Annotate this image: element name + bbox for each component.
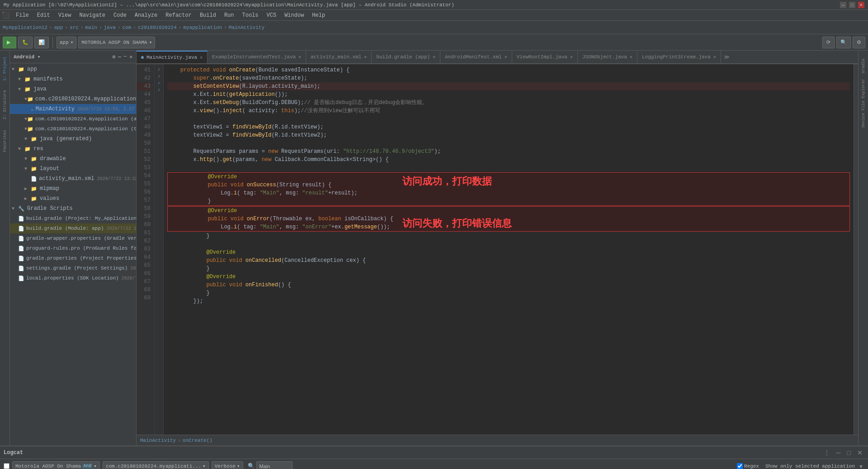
editor-scrollbar[interactable] — [854, 64, 858, 435]
tab-exampletest[interactable]: ExampleInstrumentedTest.java ✕ — [208, 51, 306, 63]
tree-item-app[interactable]: ▼ 📁 app — [10, 64, 136, 74]
tree-item-layout[interactable]: ▼ 📁 layout — [10, 164, 136, 174]
device-file-explorer-tab[interactable]: Device File Explorer — [860, 81, 867, 126]
tree-item-java[interactable]: ▼ 📁 java — [10, 84, 136, 94]
breadcrumb-bar: MainActivity › onCreate() — [137, 435, 858, 445]
nav-src[interactable]: src — [70, 25, 79, 30]
tab-jsonobject[interactable]: JSONObject.java ✕ — [578, 51, 637, 63]
tree-item-drawable[interactable]: ▼ 📁 drawable — [10, 154, 136, 164]
tree-item-androidtest[interactable]: ▼ 📁 com.c201801020224.myapplication (and… — [10, 114, 136, 124]
menu-item-file[interactable]: File — [12, 11, 33, 19]
menu-item-help[interactable]: Help — [308, 11, 329, 19]
gradle-tab[interactable]: Gradle — [860, 52, 867, 80]
menu-item-analyze[interactable]: Analyze — [131, 11, 161, 19]
code-editor[interactable]: protected void onCreate(Bundle savedInst… — [164, 64, 854, 435]
menu-item-run[interactable]: Run — [221, 11, 238, 19]
minimize-panel-icon[interactable]: ─ — [124, 54, 127, 60]
close-button[interactable]: ✕ — [858, 2, 864, 8]
gear-icon[interactable]: ⚙ — [113, 54, 116, 60]
nav-java[interactable]: java — [104, 25, 116, 30]
tab-close-icon[interactable]: ✕ — [713, 54, 716, 60]
profile-button[interactable]: 📊 — [34, 37, 49, 48]
tab-close-icon[interactable]: ✕ — [364, 54, 367, 60]
tab-build-gradle[interactable]: build.gradle (app) ✕ — [372, 51, 440, 63]
device-select[interactable]: MOTOROLA AOSP ON SHAMA ▾ — [78, 37, 155, 48]
nav-package[interactable]: c201801020224 — [138, 25, 177, 30]
close-panel-icon[interactable]: ✕ — [129, 54, 132, 60]
tree-item-mipmap[interactable]: ▶ 📁 mipmap — [10, 184, 136, 194]
menu-item-vcs[interactable]: VCS — [263, 11, 280, 19]
tree-item-proguard[interactable]: 📄 proguard-rules.pro (ProGuard Rules for… — [10, 243, 136, 253]
logcat-maximize-button[interactable]: □ — [845, 448, 853, 457]
nav-com[interactable]: com — [123, 25, 132, 30]
menu-item-tools[interactable]: Tools — [239, 11, 262, 19]
nav-app[interactable]: app — [54, 25, 63, 30]
tree-item-build-gradle-app[interactable]: 📄 build.gradle (Module: app) 2020/7/22 1… — [10, 223, 136, 233]
tab-close-icon[interactable]: ✕ — [505, 54, 507, 60]
tree-item-settings-gradle[interactable]: 📄 settings.gradle (Project Settings) 202… — [10, 263, 136, 273]
run-button[interactable]: ▶ — [3, 37, 16, 48]
tag-filter-input[interactable] — [256, 461, 292, 469]
tab-close-icon[interactable]: ✕ — [433, 54, 435, 60]
package-filter-select[interactable]: com.c201801020224.myapplicati... ▾ — [103, 461, 209, 469]
maximize-button[interactable]: □ — [849, 2, 855, 8]
menu-item-build[interactable]: Build — [196, 11, 220, 19]
settings-icon[interactable]: ⋯ — [118, 54, 121, 60]
run-icon: ▶ — [7, 39, 10, 45]
show-selected-dropdown[interactable]: ▾ — [858, 462, 864, 469]
device-checkbox[interactable] — [4, 463, 9, 469]
logcat-minimize-button[interactable]: ─ — [835, 448, 843, 457]
favorites-tab[interactable]: Favorites — [2, 123, 8, 159]
menu-item-edit[interactable]: Edit — [33, 11, 54, 19]
nav-mainactivity[interactable]: MainActivity — [229, 25, 264, 30]
regex-checkbox[interactable] — [737, 463, 743, 469]
menu-item-navigate[interactable]: Navigate — [75, 11, 109, 19]
menu-item-code[interactable]: Code — [110, 11, 130, 19]
menu-item-refactor[interactable]: Refactor — [162, 11, 195, 19]
menu-item-window[interactable]: Window — [281, 11, 307, 19]
tab-androidmanifest[interactable]: AndroidManifest.xml ✕ — [440, 51, 512, 63]
nav-myapp[interactable]: MyApplication12 — [3, 25, 47, 30]
tree-item-build-gradle-project[interactable]: 📄 build.gradle (Project: My_Application)… — [10, 213, 136, 223]
tree-item-values[interactable]: ▶ 📁 values — [10, 194, 136, 204]
tab-viewrootimpl[interactable]: ViewRootImpl.java ✕ — [512, 51, 578, 63]
tab-close-icon[interactable]: ✕ — [298, 54, 301, 60]
app-config-select[interactable]: app ▾ — [57, 37, 76, 48]
minimize-button[interactable]: ─ — [840, 2, 846, 8]
tab-close-icon[interactable]: ✕ — [630, 54, 632, 60]
tree-item-java-gen[interactable]: ▼ 📁 java (generated) — [10, 134, 136, 144]
nav-main[interactable]: main — [85, 25, 97, 30]
tree-item-manifests[interactable]: ▼ 📁 manifests — [10, 74, 136, 84]
breadcrumb-oncreate[interactable]: onCreate() — [183, 438, 212, 443]
logcat-close-button[interactable]: ✕ — [855, 448, 864, 457]
debug-button[interactable]: 🐛 — [18, 37, 33, 48]
tab-mainactivity[interactable]: MainActivity.java ✕ — [137, 51, 208, 63]
tree-item-com-package[interactable]: ▼ 📁 com.c201801020224.myapplication — [10, 94, 136, 104]
device-filter-select[interactable]: Motorola AOSP On Shama And ▾ — [12, 461, 100, 469]
menu-item-view[interactable]: View — [55, 11, 75, 19]
tree-item-gradle-properties[interactable]: 📄 gradle.properties (Project Properties)… — [10, 253, 136, 263]
tree-item-res[interactable]: ▼ 📁 res — [10, 144, 136, 154]
more-tabs-icon[interactable]: ≫ — [721, 54, 732, 61]
tab-loggingprintstream[interactable]: LoggingPrintStream.java ✕ — [637, 51, 721, 63]
nav-myapplication[interactable]: myapplication — [183, 25, 222, 30]
tree-item-mainactivity[interactable]: ☕ MainActivity 2020/7/22 13:55, 2.27 kB … — [10, 104, 136, 114]
search-button[interactable]: 🔍 — [836, 37, 851, 48]
code-line-65: } — [167, 265, 850, 273]
tab-close-icon[interactable]: ✕ — [570, 54, 573, 60]
tree-item-activity-main-xml[interactable]: 📄 activity_main.xml 2020/7/22 13:32, 1.0… — [10, 174, 136, 184]
tree-item-gradle-wrapper[interactable]: 📄 gradle-wrapper.properties (Gradle Vers… — [10, 233, 136, 243]
logcat-options-button[interactable]: ⋮ — [822, 448, 832, 457]
code-line-50 — [167, 139, 850, 147]
settings-button[interactable]: ⚙ — [853, 37, 865, 48]
breadcrumb-mainactivity[interactable]: MainActivity — [140, 438, 176, 443]
sync-button[interactable]: ⟳ — [822, 37, 835, 48]
tree-item-local-properties[interactable]: 📄 local.properties (SDK Location) 2020/7… — [10, 273, 136, 283]
structure-tab[interactable]: 2: Structure — [2, 87, 8, 123]
tab-activity-main[interactable]: activity_main.xml ✕ — [306, 51, 372, 63]
tree-item-test[interactable]: ▼ 📁 com.c201801020224.myapplication (tes… — [10, 124, 136, 134]
level-filter-select[interactable]: Verbose ▾ — [212, 461, 243, 469]
tree-item-gradle-scripts[interactable]: ▼ 🔧 Gradle Scripts — [10, 204, 136, 213]
project-tab[interactable]: 1: Project — [2, 51, 8, 87]
tab-close-icon[interactable]: ✕ — [200, 55, 203, 60]
